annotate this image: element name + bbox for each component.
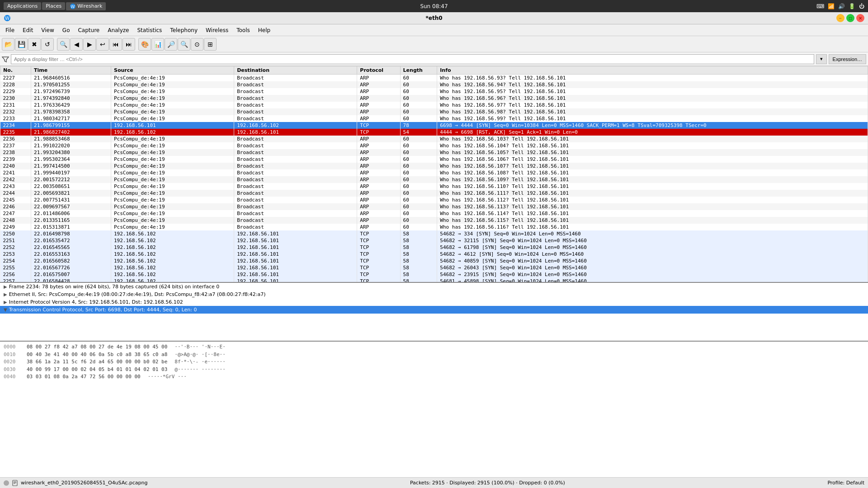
table-row[interactable]: 224222.001572212PcsCompu_de:4e:19Broadca… <box>0 176 868 183</box>
table-row[interactable]: 223821.993204380PcsCompu_de:4e:19Broadca… <box>0 149 868 156</box>
table-row[interactable]: 224121.999440197PcsCompu_de:4e:19Broadca… <box>0 169 868 176</box>
table-row[interactable]: 224722.011486006PcsCompu_de:4e:19Broadca… <box>0 210 868 217</box>
menu-item-wireless[interactable]: Wireless <box>202 26 232 34</box>
packet-list-body: 222721.968460516PcsCompu_de:4e:19Broadca… <box>0 75 868 282</box>
hex-line: 000008 00 27 f8 42 a7 08 00 27 de 4e 19 … <box>4 343 864 351</box>
display-filter-input[interactable] <box>11 54 814 64</box>
expand-icon: ▶ <box>4 284 7 289</box>
last-packet-button[interactable]: ⏭ <box>123 38 135 51</box>
table-row[interactable]: 224522.007751431PcsCompu_de:4e:19Broadca… <box>0 197 868 203</box>
table-row[interactable]: 223221.978398358PcsCompu_de:4e:19Broadca… <box>0 108 868 115</box>
detail-row[interactable]: ▶Internet Protocol Version 4, Src: 192.1… <box>0 298 868 306</box>
window-controls: − □ ✕ <box>836 14 864 22</box>
col-no: No. <box>0 66 31 75</box>
table-row[interactable]: 223321.980342717PcsCompu_de:4e:19Broadca… <box>0 115 868 122</box>
reload-button[interactable]: ↺ <box>41 38 54 51</box>
detail-text: Frame 2234: 78 bytes on wire (624 bits),… <box>9 284 220 290</box>
table-row[interactable]: 224922.015313871PcsCompu_de:4e:19Broadca… <box>0 224 868 230</box>
zoom-out-button[interactable]: 🔍 <box>178 38 190 51</box>
table-row[interactable]: 224822.013351165PcsCompu_de:4e:19Broadca… <box>0 217 868 224</box>
table-row[interactable]: 225122.016535472192.168.56.102192.168.56… <box>0 237 868 244</box>
packet-detail-panel: ▶Frame 2234: 78 bytes on wire (624 bits)… <box>0 283 868 342</box>
go-back-button[interactable]: ◀ <box>70 38 83 51</box>
table-row[interactable]: 223621.988853468PcsCompu_de:4e:19Broadca… <box>0 136 868 142</box>
table-row[interactable]: 222721.968460516PcsCompu_de:4e:19Broadca… <box>0 75 868 82</box>
detail-row[interactable]: ▶Frame 2234: 78 bytes on wire (624 bits)… <box>0 283 868 291</box>
table-row[interactable]: 224021.997414500PcsCompu_de:4e:19Broadca… <box>0 163 868 169</box>
table-row[interactable]: 223121.976336429PcsCompu_de:4e:19Broadca… <box>0 102 868 108</box>
wireshark-menu[interactable]: W Wireshark <box>66 2 106 10</box>
keyboard-icon: ⌨ <box>816 3 824 9</box>
table-row[interactable]: 225522.016567726192.168.56.102192.168.56… <box>0 264 868 271</box>
table-row[interactable]: 222921.972496739PcsCompu_de:4e:19Broadca… <box>0 88 868 95</box>
table-row[interactable]: 223421.986799155192.168.56.101192.168.56… <box>0 122 868 129</box>
table-row[interactable]: 223521.986827402192.168.56.102192.168.56… <box>0 129 868 136</box>
hex-line: 004003 03 01 08 0a 2a 47 72 56 00 00 00 … <box>4 373 864 381</box>
menu-item-help[interactable]: Help <box>255 26 274 34</box>
table-row[interactable]: 222821.970501255PcsCompu_de:4e:19Broadca… <box>0 81 868 88</box>
expression-button[interactable]: Expression… <box>829 54 866 64</box>
table-row[interactable]: 223021.974392840PcsCompu_de:4e:19Broadca… <box>0 95 868 102</box>
svg-text:W: W <box>5 16 9 21</box>
table-row[interactable]: 225622.016575007192.168.56.102192.168.56… <box>0 271 868 278</box>
open-button[interactable]: 📂 <box>2 38 14 51</box>
applications-menu[interactable]: Applications <box>4 2 41 10</box>
places-menu[interactable]: Places <box>42 2 65 10</box>
table-row[interactable]: 224622.009697567PcsCompu_de:4e:19Broadca… <box>0 203 868 210</box>
filter-dropdown-button[interactable]: ▾ <box>816 54 827 64</box>
svg-text:W: W <box>71 5 75 9</box>
col-info: Info <box>437 66 868 75</box>
expand-icon: ▶ <box>4 300 7 305</box>
resize-columns-button[interactable]: ⊞ <box>204 38 217 51</box>
status-left: wireshark_eth0_20190526084551_O4uSAc.pca… <box>4 480 147 486</box>
hex-line: 003040 00 99 17 00 00 02 04 05 b4 01 01 … <box>4 366 864 374</box>
menu-item-tools[interactable]: Tools <box>233 26 254 34</box>
first-packet-button[interactable]: ⏮ <box>109 38 122 51</box>
menu-bar: FileEditViewGoCaptureAnalyzeStatisticsTe… <box>0 24 868 36</box>
menu-item-go[interactable]: Go <box>59 26 74 34</box>
detail-row[interactable]: ▼Transmission Control Protocol, Src Port… <box>0 306 868 314</box>
go-to-packet-button[interactable]: ↩ <box>96 38 109 51</box>
menu-item-file[interactable]: File <box>2 26 18 34</box>
auto-scroll-button[interactable]: 📊 <box>151 38 164 51</box>
close-file-button[interactable]: ✖ <box>28 38 41 51</box>
minimize-button[interactable]: − <box>836 14 844 22</box>
zoom-normal-button[interactable]: ⊙ <box>191 38 203 51</box>
table-row[interactable]: 225722.016584428192.168.56.102192.168.56… <box>0 278 868 282</box>
wireshark-icon: W <box>70 3 76 9</box>
battery-icon: 🔋 <box>849 3 855 9</box>
col-source: Source <box>111 66 234 75</box>
menu-item-analyze[interactable]: Analyze <box>104 26 132 34</box>
table-row[interactable]: 223721.991022020PcsCompu_de:4e:19Broadca… <box>0 142 868 149</box>
maximize-button[interactable]: □ <box>846 14 854 22</box>
detail-row[interactable]: ▶Ethernet II, Src: PcsCompu_de:4e:19 (08… <box>0 291 868 298</box>
table-row[interactable]: 224322.003508651PcsCompu_de:4e:19Broadca… <box>0 183 868 190</box>
title-bar-app: W <box>4 14 14 22</box>
filter-bar: ▾ Expression… <box>0 52 868 66</box>
close-button[interactable]: ✕ <box>856 14 864 22</box>
zoom-in-button[interactable]: 🔎 <box>165 38 177 51</box>
volume-icon: 🔊 <box>838 3 845 9</box>
packet-table: No. Time Source Destination Protocol Len… <box>0 66 868 282</box>
menu-item-capture[interactable]: Capture <box>74 26 103 34</box>
menu-item-view[interactable]: View <box>38 26 57 34</box>
colorize-button[interactable]: 🎨 <box>138 38 151 51</box>
table-row[interactable]: 224422.005693821PcsCompu_de:4e:19Broadca… <box>0 190 868 197</box>
menu-item-statistics[interactable]: Statistics <box>133 26 165 34</box>
table-row[interactable]: 225422.016560582192.168.56.102192.168.56… <box>0 258 868 264</box>
menu-item-telephony[interactable]: Telephony <box>166 26 201 34</box>
find-button[interactable]: 🔍 <box>57 38 70 51</box>
system-clock: Sun 08:47 <box>420 3 448 9</box>
save-button[interactable]: 💾 <box>15 38 28 51</box>
table-row[interactable]: 225322.016553163192.168.56.102192.168.56… <box>0 251 868 258</box>
system-bar: Applications Places W Wireshark Sun 08:4… <box>0 0 868 12</box>
table-row[interactable]: 225022.016498798192.168.56.102192.168.56… <box>0 230 868 237</box>
table-row[interactable]: 225222.016545565192.168.56.102192.168.56… <box>0 244 868 251</box>
status-stats: Packets: 2915 · Displayed: 2915 (100.0%)… <box>410 480 565 486</box>
go-forward-button[interactable]: ▶ <box>83 38 96 51</box>
table-row[interactable]: 223921.995302364PcsCompu_de:4e:19Broadca… <box>0 156 868 163</box>
status-profile: Profile: Default <box>827 480 864 486</box>
menu-item-edit[interactable]: Edit <box>19 26 37 34</box>
col-protocol: Protocol <box>357 66 400 75</box>
system-tray: ⌨ 📶 🔊 🔋 ⏻ <box>816 3 864 9</box>
